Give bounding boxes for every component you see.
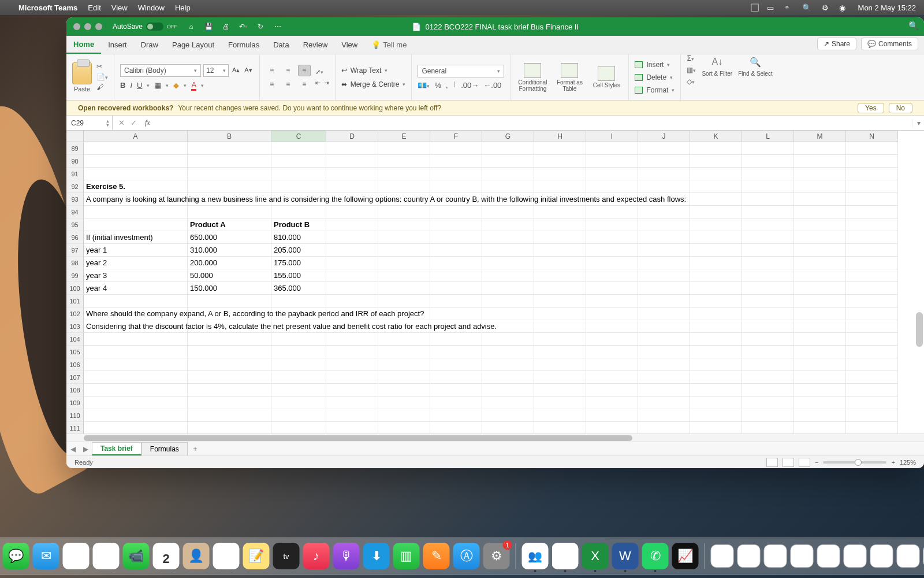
cell-M111[interactable] xyxy=(794,422,846,433)
cell-M94[interactable] xyxy=(794,206,846,218)
borders-button[interactable]: ▦ xyxy=(154,81,161,90)
cell-K105[interactable] xyxy=(690,346,742,358)
cell-C99[interactable]: 155.000 xyxy=(271,269,326,282)
cell-N109[interactable] xyxy=(846,397,898,409)
currency-icon[interactable]: 💶▾ xyxy=(418,81,430,90)
menubar-item-view[interactable]: View xyxy=(111,3,128,12)
home-qat-icon[interactable]: ⌂ xyxy=(185,21,197,32)
dock-recent-6-icon[interactable] xyxy=(844,544,867,568)
cell-C110[interactable] xyxy=(271,409,326,422)
sheet-nav-prev-icon[interactable]: ◀ xyxy=(66,445,79,453)
cell-G92[interactable] xyxy=(482,180,534,193)
cell-J99[interactable] xyxy=(638,269,690,282)
cell-B110[interactable] xyxy=(188,409,271,422)
menubar-item-edit[interactable]: Edit xyxy=(88,3,100,12)
cell-N97[interactable] xyxy=(846,244,898,257)
cell-F94[interactable] xyxy=(430,206,482,218)
cell-H106[interactable] xyxy=(534,358,586,371)
cell-G91[interactable] xyxy=(482,168,534,180)
cell-L106[interactable] xyxy=(742,358,794,371)
cell-G95[interactable] xyxy=(482,218,534,231)
cell-I110[interactable] xyxy=(586,409,638,422)
comments-button[interactable]: 💬Comments xyxy=(861,38,918,50)
dock-recent-5-icon[interactable] xyxy=(817,544,840,568)
cell-M93[interactable] xyxy=(794,193,846,206)
underline-button[interactable]: U xyxy=(137,81,142,90)
cell-D92[interactable] xyxy=(326,180,378,193)
align-middle-icon[interactable]: ≡ xyxy=(282,65,295,76)
cell-C106[interactable] xyxy=(271,358,326,371)
conditional-formatting-button[interactable]: Conditional Formatting xyxy=(516,63,549,92)
cell-A101[interactable] xyxy=(84,295,188,307)
cell-B101[interactable] xyxy=(188,295,271,307)
cell-G102[interactable] xyxy=(482,307,534,320)
dock-recent-3-icon[interactable] xyxy=(764,544,787,568)
more-qat-icon[interactable]: ⋯ xyxy=(272,21,284,32)
cell-D110[interactable] xyxy=(326,409,378,422)
cell-G90[interactable] xyxy=(482,155,534,168)
cell-A89[interactable] xyxy=(84,142,188,155)
dock-notes-icon[interactable]: 📝 xyxy=(243,543,270,569)
merge-centre-button[interactable]: ⬌Merge & Centre▾ xyxy=(341,77,406,91)
cell-L89[interactable] xyxy=(742,142,794,155)
row-header-101[interactable]: 101 xyxy=(66,295,84,307)
cell-M97[interactable] xyxy=(794,244,846,257)
cell-D106[interactable] xyxy=(326,358,378,371)
cell-B108[interactable] xyxy=(188,384,271,397)
zoom-value[interactable]: 125% xyxy=(900,459,916,466)
menubar-app-name[interactable]: Microsoft Teams xyxy=(18,3,77,12)
cell-J94[interactable] xyxy=(638,206,690,218)
siri-icon[interactable]: ◉ xyxy=(839,3,845,12)
dock-music-icon[interactable]: ♪ xyxy=(303,543,330,569)
cell-I107[interactable] xyxy=(586,371,638,384)
cell-H99[interactable] xyxy=(534,269,586,282)
row-header-99[interactable]: 99 xyxy=(66,269,84,282)
cell-J108[interactable] xyxy=(638,384,690,397)
cell-B94[interactable] xyxy=(188,206,271,218)
cell-C101[interactable] xyxy=(271,295,326,307)
col-header-K[interactable]: K xyxy=(690,131,742,142)
cell-N95[interactable] xyxy=(846,218,898,231)
dock-podcasts-icon[interactable]: 🎙 xyxy=(333,543,360,569)
row-header-89[interactable]: 89 xyxy=(66,142,84,155)
cell-N110[interactable] xyxy=(846,409,898,422)
format-as-table-button[interactable]: Format as Table xyxy=(553,63,586,92)
cell-J110[interactable] xyxy=(638,409,690,422)
cell-E91[interactable] xyxy=(378,168,430,180)
cell-D99[interactable] xyxy=(326,269,378,282)
cell-F97[interactable] xyxy=(430,244,482,257)
cell-D90[interactable] xyxy=(326,155,378,168)
cell-A95[interactable] xyxy=(84,218,188,231)
cell-G106[interactable] xyxy=(482,358,534,371)
cell-N106[interactable] xyxy=(846,358,898,371)
row-header-90[interactable]: 90 xyxy=(66,155,84,168)
cell-I105[interactable] xyxy=(586,346,638,358)
tab-insert[interactable]: Insert xyxy=(101,35,134,54)
horizontal-scrollbar[interactable] xyxy=(66,433,924,442)
cell-B89[interactable] xyxy=(188,142,271,155)
control-center-icon[interactable]: ⚙ xyxy=(822,3,829,12)
cell-J91[interactable] xyxy=(638,168,690,180)
decrease-indent-icon[interactable]: ⇤ xyxy=(315,79,321,87)
enter-formula-icon[interactable]: ✓ xyxy=(131,118,137,127)
cell-N92[interactable] xyxy=(846,180,898,193)
cell-E99[interactable] xyxy=(378,269,430,282)
zoom-out-icon[interactable]: − xyxy=(815,459,818,466)
cell-H107[interactable] xyxy=(534,371,586,384)
cell-K111[interactable] xyxy=(690,422,742,433)
row-header-111[interactable]: 111 xyxy=(66,422,84,433)
cell-J101[interactable] xyxy=(638,295,690,307)
cell-D100[interactable] xyxy=(326,282,378,295)
cell-J90[interactable] xyxy=(638,155,690,168)
cell-C90[interactable] xyxy=(271,155,326,168)
cell-L103[interactable] xyxy=(742,320,794,333)
cell-E95[interactable] xyxy=(378,218,430,231)
cell-L99[interactable] xyxy=(742,269,794,282)
cell-D95[interactable] xyxy=(326,218,378,231)
msgbar-no-button[interactable]: No xyxy=(889,103,912,113)
cell-L109[interactable] xyxy=(742,397,794,409)
cell-D97[interactable] xyxy=(326,244,378,257)
cell-H90[interactable] xyxy=(534,155,586,168)
cell-B105[interactable] xyxy=(188,346,271,358)
cell-M90[interactable] xyxy=(794,155,846,168)
